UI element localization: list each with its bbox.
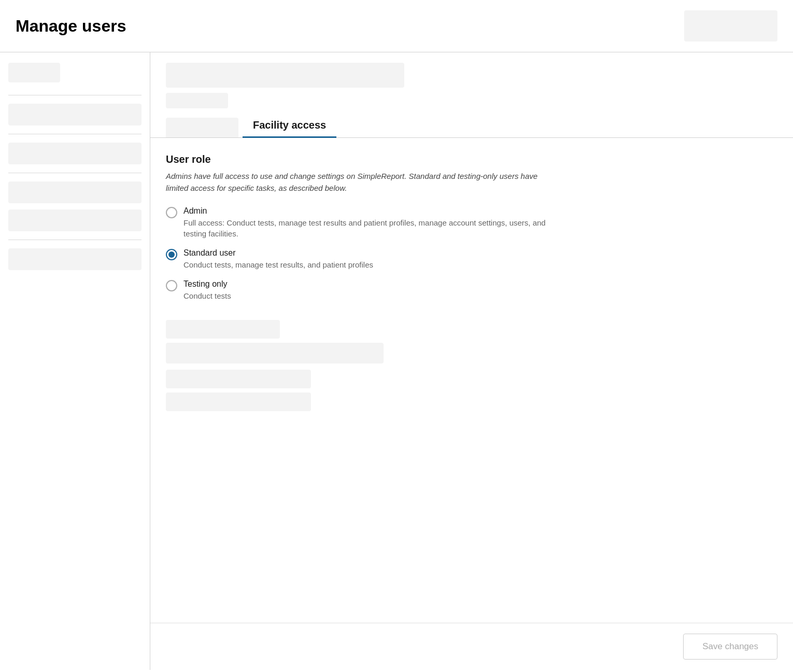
content-placeholder-sub (166, 93, 228, 108)
sidebar-divider-4 (8, 240, 141, 240)
radio-input-standard[interactable] (166, 249, 177, 260)
tab-placeholder-1[interactable] (166, 118, 238, 137)
sidebar-divider-3 (8, 173, 141, 173)
radio-label-group-testing: Testing only Conduct tests (183, 279, 231, 301)
bottom-placeholder-row-2 (166, 370, 777, 411)
main-layout: Facility access User role Admins have fu… (0, 52, 793, 670)
radio-label-standard: Standard user (183, 248, 373, 258)
footer: Save changes (150, 623, 793, 670)
sidebar-divider-1 (8, 95, 141, 95)
radio-label-admin: Admin (183, 206, 546, 216)
radio-input-admin[interactable] (166, 207, 177, 218)
tab-facility-access[interactable]: Facility access (243, 114, 336, 138)
panel-content: User role Admins have full access to use… (150, 138, 793, 623)
radio-desc-testing: Conduct tests (183, 290, 231, 301)
sidebar-divider-2 (8, 134, 141, 134)
radio-label-group-admin: Admin Full access: Conduct tests, manage… (183, 206, 546, 239)
radio-label-group-standard: Standard user Conduct tests, manage test… (183, 248, 373, 270)
page-title: Manage users (16, 17, 126, 36)
sidebar-item-3[interactable] (8, 181, 141, 203)
radio-desc-admin: Full access: Conduct tests, manage test … (183, 217, 546, 239)
bottom-placeholders (166, 320, 777, 411)
sidebar (0, 52, 150, 670)
header-placeholder (684, 10, 777, 41)
radio-label-testing: Testing only (183, 279, 231, 289)
radio-input-testing[interactable] (166, 280, 177, 291)
radio-desc-standard: Conduct tests, manage test results, and … (183, 259, 373, 270)
content-top (150, 52, 793, 108)
content-area: Facility access User role Admins have fu… (150, 52, 793, 670)
radio-option-testing: Testing only Conduct tests (166, 279, 777, 301)
user-role-description: Admins have full access to use and chang… (166, 171, 560, 194)
bottom-placeholder-1b (166, 343, 384, 363)
save-changes-button[interactable]: Save changes (683, 634, 777, 660)
sidebar-item-2[interactable] (8, 143, 141, 164)
content-placeholder-name (166, 63, 404, 88)
bottom-placeholder-2b (166, 393, 311, 411)
header: Manage users (0, 0, 793, 52)
bottom-placeholder-row-1 (166, 320, 777, 363)
radio-option-standard: Standard user Conduct tests, manage test… (166, 248, 777, 270)
user-role-radio-group: Admin Full access: Conduct tests, manage… (166, 206, 777, 301)
bottom-placeholder-1a (166, 320, 280, 339)
sidebar-item-4[interactable] (8, 209, 141, 231)
sidebar-top-item (8, 63, 60, 82)
sidebar-item-5[interactable] (8, 248, 141, 270)
radio-option-admin: Admin Full access: Conduct tests, manage… (166, 206, 777, 239)
user-role-title: User role (166, 153, 777, 165)
sidebar-item-1[interactable] (8, 104, 141, 125)
tabs-row: Facility access (150, 114, 793, 138)
bottom-placeholder-2a (166, 370, 311, 388)
